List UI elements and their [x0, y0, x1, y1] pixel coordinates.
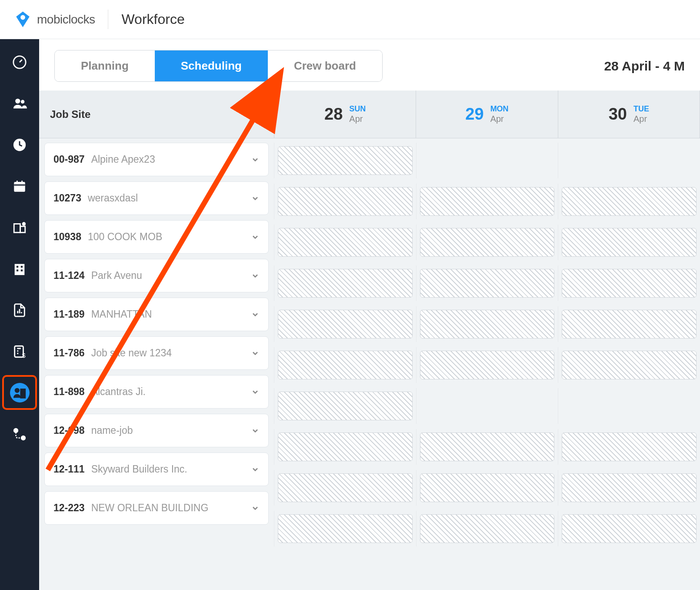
jobsite-row[interactable]: 10273 werasxdasl	[44, 181, 269, 215]
route-icon	[12, 427, 27, 442]
buildings-map-icon	[12, 220, 27, 235]
schedule-cell[interactable]	[416, 225, 558, 260]
jobsite-row[interactable]: 11-124 Park Avenu	[44, 259, 269, 292]
schedule-cell[interactable]	[274, 511, 416, 546]
jobsite-code: 10273	[53, 192, 81, 204]
sidebar-item-users[interactable]	[10, 94, 30, 113]
schedule-cell[interactable]	[416, 184, 558, 219]
day-header-cell[interactable]: 29 MON Apr	[416, 91, 558, 138]
chevron-down-icon	[251, 349, 260, 358]
schedule-cell[interactable]	[274, 306, 416, 342]
schedule-cell[interactable]	[416, 347, 558, 383]
schedule-cell[interactable]	[558, 429, 700, 465]
svg-rect-13	[21, 269, 23, 271]
jobsite-row[interactable]: 11-189 MANHATTAN	[44, 298, 269, 331]
jobsite-row[interactable]: 00-987 Alpine Apex23	[44, 143, 269, 176]
chevron-down-icon	[251, 388, 260, 396]
unavailable-block	[420, 187, 555, 216]
jobsite-row[interactable]: 12-223 NEW ORLEAN BUILDING	[44, 491, 269, 525]
schedule-row	[274, 225, 700, 260]
jobsite-name: Job site new 1234	[91, 347, 244, 359]
unavailable-block	[562, 514, 697, 543]
jobsite-code: 11-189	[53, 308, 85, 320]
schedule-cell[interactable]	[274, 388, 416, 424]
schedule-cell[interactable]	[558, 388, 700, 424]
schedule-cell[interactable]	[274, 347, 416, 383]
sidebar-item-billing[interactable]: $	[10, 342, 30, 361]
schedule-row	[274, 388, 700, 424]
schedule-grid: Job Site 00-987 Alpine Apex23 10273 wera…	[39, 91, 700, 590]
svg-point-18	[14, 429, 18, 432]
schedule-cell[interactable]	[558, 225, 700, 260]
jobsite-code: 11-786	[53, 347, 85, 359]
schedule-cell[interactable]	[274, 265, 416, 301]
sidebar-item-calendar[interactable]	[10, 176, 30, 196]
day-of-week: SUN	[349, 104, 366, 114]
days-column: 28 SUN Apr 29 MON Apr 30 TUE Apr	[274, 91, 700, 590]
unavailable-block	[562, 310, 697, 339]
sidebar-item-workforce[interactable]	[10, 383, 30, 402]
schedule-cell[interactable]	[558, 184, 700, 219]
view-tab-group: Planning Scheduling Crew board	[54, 50, 383, 82]
sidebar-item-company[interactable]	[10, 259, 30, 278]
schedule-rows	[274, 138, 700, 551]
schedule-cell[interactable]	[416, 511, 558, 546]
date-range-label: 28 April - 4 M	[604, 59, 685, 74]
schedule-cell[interactable]	[274, 225, 416, 260]
jobsite-row[interactable]: 12-111 Skyward Builders Inc.	[44, 453, 269, 486]
chevron-down-icon	[251, 155, 260, 164]
day-month: Apr	[490, 114, 509, 124]
sidebar-item-reports[interactable]	[10, 300, 30, 320]
day-header-cell[interactable]: 28 SUN Apr	[274, 91, 416, 138]
sidebar-item-dashboard[interactable]	[10, 52, 30, 72]
schedule-cell[interactable]	[274, 470, 416, 506]
jobsite-row[interactable]: 12-098 name-job	[44, 414, 269, 447]
schedule-cell[interactable]	[274, 143, 416, 178]
tab-planning[interactable]: Planning	[55, 50, 155, 81]
schedule-row	[274, 143, 700, 178]
svg-rect-17	[21, 389, 25, 398]
unavailable-block	[420, 228, 555, 257]
schedule-cell[interactable]	[558, 265, 700, 301]
unavailable-block	[278, 351, 413, 379]
day-number: 29	[465, 105, 483, 124]
schedule-cell[interactable]	[274, 429, 416, 465]
jobsite-name: Alcantras Ji.	[91, 386, 244, 398]
day-header-cell[interactable]: 30 TUE Apr	[558, 91, 700, 138]
sidebar-item-time[interactable]	[10, 135, 30, 154]
sidebar-item-tracking[interactable]	[10, 424, 30, 444]
schedule-cell[interactable]	[558, 470, 700, 506]
schedule-cell[interactable]	[416, 429, 558, 465]
jobsite-row[interactable]: 11-898 Alcantras Ji.	[44, 375, 269, 409]
unavailable-block	[278, 269, 413, 298]
schedule-cell[interactable]	[558, 511, 700, 546]
schedule-cell[interactable]	[416, 470, 558, 506]
jobsite-name: Skyward Builders Inc.	[91, 463, 244, 475]
jobsite-row[interactable]: 10938 100 COOK MOB	[44, 220, 269, 254]
schedule-cell[interactable]	[274, 184, 416, 219]
schedule-row	[274, 306, 700, 342]
schedule-cell[interactable]	[558, 306, 700, 342]
schedule-cell[interactable]	[558, 143, 700, 178]
jobsite-code: 00-987	[53, 154, 85, 165]
jobsite-row[interactable]: 11-786 Job site new 1234	[44, 336, 269, 370]
schedule-cell[interactable]	[416, 265, 558, 301]
jobsite-code: 12-098	[53, 425, 85, 436]
top-header: mobiclocks Workforce	[0, 0, 700, 39]
schedule-cell[interactable]	[558, 347, 700, 383]
schedule-cell[interactable]	[416, 143, 558, 178]
unavailable-block	[278, 228, 413, 257]
svg-rect-6	[14, 224, 20, 232]
tab-scheduling[interactable]: Scheduling	[155, 50, 268, 81]
unavailable-block	[562, 228, 697, 257]
schedule-cell[interactable]	[416, 388, 558, 424]
sidebar-item-sites[interactable]	[10, 218, 30, 237]
day-number: 30	[609, 105, 627, 124]
unavailable-block	[278, 392, 413, 420]
tab-crew-board[interactable]: Crew board	[268, 50, 382, 81]
unavailable-block	[278, 432, 413, 461]
brand-logo[interactable]: mobiclocks	[13, 10, 95, 29]
schedule-cell[interactable]	[416, 306, 558, 342]
unavailable-block	[420, 269, 555, 298]
gauge-icon	[12, 55, 27, 70]
